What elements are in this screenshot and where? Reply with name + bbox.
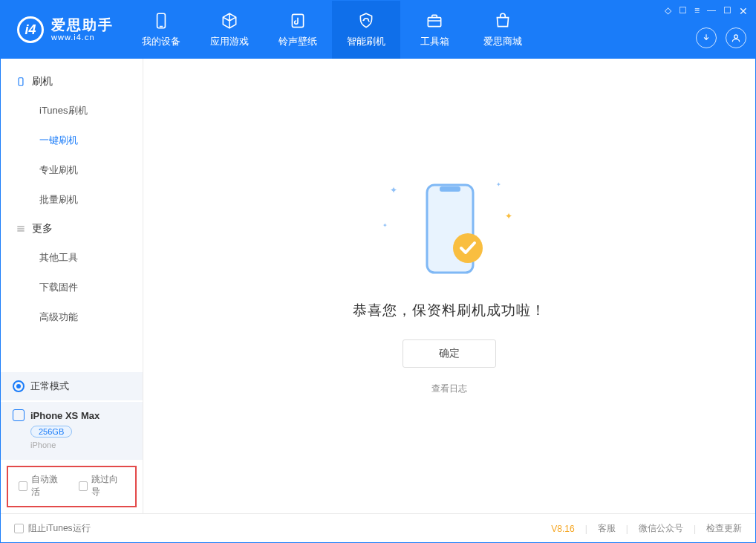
status-dot-icon [13, 380, 25, 392]
tab-apps-games-label: 应用游戏 [210, 35, 249, 48]
close-button[interactable]: ✕ [739, 5, 748, 17]
device-capacity: 256GB [30, 426, 72, 438]
checkbox-icon [14, 524, 24, 533]
store-icon [493, 11, 512, 30]
ok-button[interactable]: 确定 [403, 339, 496, 368]
phone-icon [151, 11, 171, 30]
check-update-link[interactable]: 检查更新 [706, 522, 742, 535]
view-log-link[interactable]: 查看日志 [431, 383, 467, 394]
maximize-button[interactable]: ☐ [723, 5, 731, 17]
sidebar-group-more-label: 更多 [32, 222, 53, 235]
tab-my-device-label: 我的设备 [142, 35, 180, 48]
tab-smart-flash-label: 智能刷机 [347, 35, 385, 48]
tab-smart-flash[interactable]: 智能刷机 [332, 1, 400, 59]
sidebar-group-flash[interactable]: 刷机 [1, 68, 143, 96]
sidebar: 刷机 iTunes刷机 一键刷机 专业刷机 批量刷机 更多 其他工具 下载固件 … [1, 59, 143, 513]
success-illustration: ✦ ✦ ✦ ✦ [386, 178, 512, 282]
checkbox-auto-activate-label: 自动激活 [31, 473, 65, 498]
tab-toolbox-label: 工具箱 [420, 35, 449, 48]
sidebar-group-more[interactable]: 更多 [1, 215, 143, 243]
version-label: V8.16 [551, 524, 574, 534]
checkbox-icon [79, 481, 88, 491]
nav-tabs: 我的设备 应用游戏 铃声壁纸 智能刷机 工具箱 爱思商城 [127, 1, 537, 59]
logo: i4 爱思助手 www.i4.cn [1, 16, 127, 43]
app-name: 爱思助手 [51, 18, 114, 33]
svg-point-4 [734, 35, 738, 39]
sidebar-item-one-key-flash[interactable]: 一键刷机 [1, 126, 143, 155]
device-card[interactable]: iPhone XS Max 256GB iPhone [1, 402, 143, 460]
checkbox-auto-activate[interactable]: 自动激活 [19, 473, 65, 498]
tab-store[interactable]: 爱思商城 [469, 1, 537, 59]
sidebar-item-download-fw[interactable]: 下载固件 [1, 273, 143, 302]
highlighted-options: 自动激活 跳过向导 [7, 466, 137, 507]
support-link[interactable]: 客服 [598, 522, 616, 535]
toolbox-icon [425, 11, 444, 30]
checkbox-icon [19, 481, 27, 491]
checkbox-skip-guide[interactable]: 跳过向导 [79, 473, 126, 498]
logo-icon: i4 [17, 16, 44, 43]
tab-apps-games[interactable]: 应用游戏 [195, 1, 264, 59]
tab-ringtones-label: 铃声壁纸 [278, 35, 317, 48]
svg-rect-10 [440, 186, 460, 192]
device-mode[interactable]: 正常模式 [1, 372, 143, 400]
phone-outline-icon [16, 77, 26, 87]
download-button[interactable] [696, 27, 717, 48]
app-url: www.i4.cn [51, 33, 114, 42]
device-name: iPhone XS Max [30, 410, 100, 421]
header: i4 爱思助手 www.i4.cn 我的设备 应用游戏 铃声壁纸 智能刷机 工具… [1, 1, 755, 59]
device-type: iPhone [30, 440, 131, 449]
shirt-icon[interactable]: ◇ [665, 5, 671, 17]
window-controls: ◇ ☐ ≡ — ☐ ✕ [665, 5, 748, 17]
sidebar-group-flash-label: 刷机 [32, 75, 53, 88]
result-title: 恭喜您，保资料刷机成功啦！ [353, 301, 546, 320]
tab-my-device[interactable]: 我的设备 [127, 1, 195, 59]
sidebar-item-advanced[interactable]: 高级功能 [1, 302, 143, 332]
footer: 阻止iTunes运行 V8.16 | 客服 | 微信公众号 | 检查更新 [1, 513, 755, 543]
svg-rect-5 [19, 78, 23, 86]
device-mode-label: 正常模式 [30, 380, 69, 393]
list-icon [16, 224, 26, 234]
svg-rect-3 [428, 18, 440, 27]
music-icon [288, 11, 307, 30]
sidebar-item-other-tools[interactable]: 其他工具 [1, 243, 143, 273]
menu-icon[interactable]: ≡ [694, 5, 700, 17]
tab-store-label: 爱思商城 [483, 35, 522, 48]
tab-toolbox[interactable]: 工具箱 [400, 1, 469, 59]
checkbox-skip-guide-label: 跳过向导 [91, 473, 125, 498]
wechat-link[interactable]: 微信公众号 [639, 522, 683, 535]
sidebar-item-pro-flash[interactable]: 专业刷机 [1, 155, 143, 185]
device-icon [13, 409, 25, 421]
minimize-button[interactable]: — [707, 5, 716, 17]
cube-icon [220, 11, 239, 30]
main-content: ✦ ✦ ✦ ✦ 恭喜您，保资料刷机成功啦！ 确定 查看日志 [143, 59, 755, 513]
feedback-icon[interactable]: ☐ [679, 5, 687, 17]
user-button[interactable] [726, 27, 746, 48]
sidebar-item-batch-flash[interactable]: 批量刷机 [1, 185, 143, 215]
checkbox-block-itunes[interactable]: 阻止iTunes运行 [14, 522, 91, 535]
tab-ringtones[interactable]: 铃声壁纸 [264, 1, 332, 59]
refresh-shield-icon [356, 11, 376, 30]
checkbox-block-itunes-label: 阻止iTunes运行 [28, 522, 91, 535]
sidebar-item-itunes-flash[interactable]: iTunes刷机 [1, 96, 143, 126]
